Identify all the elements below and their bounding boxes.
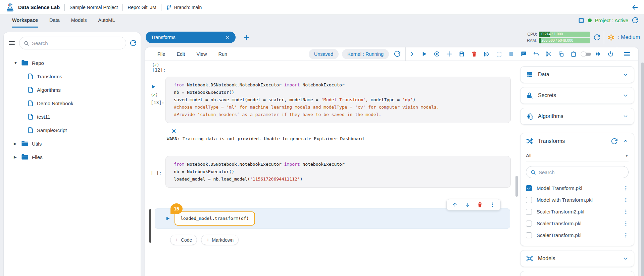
run-cell-button[interactable] — [165, 216, 170, 221]
models-section-header[interactable]: Models — [521, 250, 634, 267]
prev-cell-gutter: ⟨✓⟩ [12]: — [152, 62, 511, 73]
tree-item-test11[interactable]: test11 — [8, 110, 137, 123]
caret-right-icon[interactable]: ▶ — [14, 142, 18, 146]
tab-transforms[interactable]: Transforms — [146, 32, 236, 43]
item-more-options-icon[interactable] — [623, 209, 629, 214]
project-refresh-icon[interactable] — [632, 17, 639, 24]
tree-item-utils[interactable]: ▶Utils — [8, 137, 137, 150]
cell-editor-focus[interactable]: loaded_model.transform(df) — [175, 211, 255, 226]
shutdown-icon[interactable] — [604, 49, 617, 59]
add-markdown-label: Markdown — [212, 237, 234, 243]
run-all-below-icon[interactable] — [480, 49, 493, 59]
algorithms-section: Algorithms — [520, 108, 634, 125]
secrets-section-header[interactable]: Secrets — [521, 87, 634, 104]
algorithms-section-header[interactable]: Algorithms — [521, 108, 634, 124]
caret-right-icon[interactable]: ▶ — [14, 155, 18, 159]
data-section-header[interactable]: Data — [521, 67, 634, 83]
notebook-menu-icon[interactable] — [621, 49, 633, 59]
add-markdown-cell-button[interactable]: +Markdown — [201, 235, 239, 245]
add-cell-icon[interactable] — [443, 49, 455, 59]
comments-icon[interactable] — [517, 49, 530, 59]
explorer-refresh-icon[interactable] — [130, 40, 137, 47]
tree-item-transforms[interactable]: Transforms — [8, 70, 137, 83]
run-cell-button[interactable] — [151, 84, 156, 89]
chevron-down-icon[interactable] — [623, 72, 629, 78]
scroll-toggle-icon[interactable] — [580, 49, 592, 59]
stop-kernel-icon[interactable] — [505, 49, 517, 59]
kernel-refresh-icon[interactable] — [394, 50, 401, 57]
data-section: Data — [520, 66, 634, 83]
project-log-icon[interactable] — [578, 17, 585, 24]
code-cell[interactable]: from Notebook.DSNotebook.NotebookExecuto… — [165, 77, 511, 123]
run-all-icon[interactable] — [592, 49, 604, 59]
resources-refresh-icon[interactable] — [593, 34, 600, 41]
run-cell-icon[interactable] — [418, 49, 431, 59]
caret-down-icon[interactable]: ▼ — [14, 61, 18, 65]
selected-code-cell[interactable]: 15 loaded_model.transform(df) — [155, 208, 510, 229]
chevron-down-icon[interactable] — [623, 92, 629, 98]
clear-output-icon[interactable]: ✕ — [171, 128, 177, 135]
nav-tab-workspace[interactable]: Workspace — [12, 15, 38, 28]
models-icon — [526, 255, 533, 262]
cut-cell-icon[interactable] — [542, 49, 555, 59]
artifacts-section-header[interactable]: Artifacts — [521, 271, 634, 276]
cell-more-options-icon[interactable] — [490, 202, 495, 207]
explorer-search-input[interactable]: Search — [19, 37, 126, 49]
transform-list-item: ScalerTransform.pkl — [526, 218, 629, 229]
checkbox-unchecked[interactable] — [526, 232, 532, 238]
item-more-options-icon[interactable] — [623, 197, 629, 203]
transforms-section-header[interactable]: Transforms — [521, 133, 634, 149]
menu-run[interactable]: Run — [218, 51, 228, 57]
project-status-dot — [588, 18, 592, 22]
search-placeholder: Search — [539, 169, 555, 175]
page-scrollbar[interactable] — [641, 63, 644, 276]
new-tab-icon[interactable] — [243, 34, 250, 41]
selected-cell-handle[interactable] — [149, 209, 151, 243]
tree-item-repo[interactable]: ▼Repo — [8, 56, 137, 70]
step-run-icon[interactable] — [406, 49, 418, 59]
transforms-filter-select[interactable]: All ▼ — [526, 150, 629, 161]
move-cell-down-icon[interactable] — [464, 202, 470, 208]
fullscreen-icon[interactable] — [493, 49, 505, 59]
item-more-options-icon[interactable] — [623, 221, 629, 226]
chevron-up-icon[interactable] — [623, 138, 629, 144]
notebook-scrollbar[interactable] — [515, 176, 518, 197]
tree-item-demo-notebook[interactable]: Demo Notebook — [8, 96, 137, 110]
nav-tab-automl[interactable]: AutoML — [98, 15, 115, 28]
tree-item-samplescript[interactable]: SampleScript — [8, 123, 137, 137]
checkbox-unchecked[interactable] — [526, 221, 532, 227]
tree-item-files[interactable]: ▶Files — [8, 150, 137, 164]
checkbox-unchecked[interactable] — [526, 197, 532, 203]
move-cell-up-icon[interactable] — [452, 202, 458, 208]
paste-cell-icon[interactable] — [567, 49, 580, 59]
explorer-menu-icon[interactable] — [8, 39, 16, 47]
menu-view[interactable]: View — [196, 51, 207, 57]
back-arrow-icon[interactable] — [631, 4, 639, 11]
code-line: from Notebook.DSNotebook.NotebookExecuto… — [174, 161, 502, 168]
section-label: Models — [538, 255, 555, 262]
copy-cell-icon[interactable] — [555, 49, 567, 59]
delete-cell-icon[interactable] — [477, 202, 483, 208]
code-cell[interactable]: from Notebook.DSNotebook.NotebookExecuto… — [165, 156, 511, 188]
record-icon[interactable] — [431, 49, 443, 59]
tree-item-algorithms[interactable]: Algorithms — [8, 83, 137, 96]
checkbox-unchecked[interactable] — [526, 209, 532, 215]
menu-file[interactable]: File — [157, 51, 165, 57]
add-code-cell-button[interactable]: +Code — [170, 235, 197, 245]
transforms-refresh-icon[interactable] — [611, 138, 618, 145]
nav-tab-data[interactable]: Data — [49, 15, 60, 28]
menu-edit[interactable]: Edit — [177, 51, 185, 57]
nav-tab-models[interactable]: Models — [71, 15, 87, 28]
item-more-options-icon[interactable] — [623, 233, 629, 238]
transforms-search-input[interactable]: Search — [526, 166, 629, 178]
project-name: Sample Normal Project — [69, 5, 118, 10]
code-line: #choose modelType = 'ml' for machine lea… — [174, 104, 502, 111]
tab-close-icon[interactable] — [225, 35, 230, 40]
save-notebook-icon[interactable] — [455, 49, 468, 59]
chevron-down-icon[interactable] — [623, 113, 629, 119]
delete-cell-icon[interactable] — [468, 49, 480, 59]
checkbox-checked[interactable] — [526, 185, 532, 191]
item-more-options-icon[interactable] — [623, 186, 629, 191]
undo-icon[interactable] — [530, 49, 542, 59]
chevron-down-icon[interactable] — [623, 255, 629, 262]
